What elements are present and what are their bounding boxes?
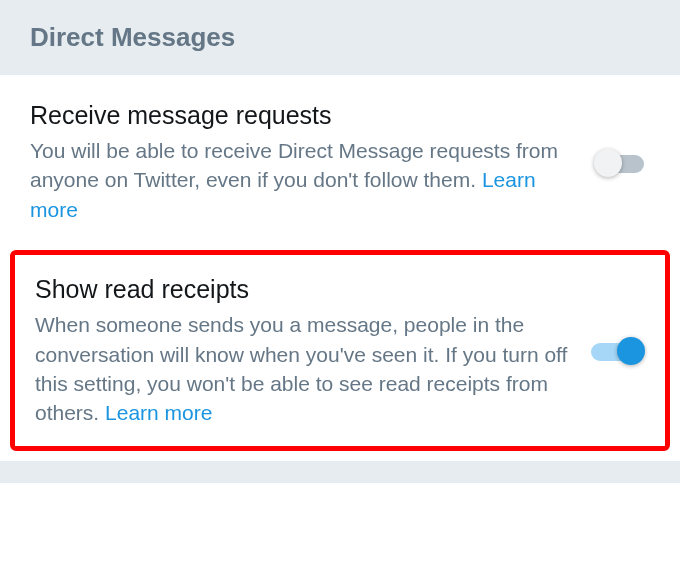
section-title: Direct Messages (30, 22, 650, 53)
toggle-receive-requests[interactable] (596, 147, 650, 179)
setting-read-receipts-title: Show read receipts (35, 275, 571, 304)
setting-receive-requests-row: Receive message requests You will be abl… (0, 75, 680, 250)
toggle-read-receipts[interactable] (591, 335, 645, 367)
setting-read-receipts-description: When someone sends you a message, people… (35, 310, 571, 428)
learn-more-link-read-receipts[interactable]: Learn more (105, 401, 212, 424)
setting-read-receipts-row: Show read receipts When someone sends yo… (15, 255, 665, 446)
toggle-knob (594, 149, 622, 177)
setting-receive-requests-title: Receive message requests (30, 101, 576, 130)
footer-strip (0, 461, 680, 483)
toggle-knob (617, 337, 645, 365)
setting-receive-requests-text: Receive message requests You will be abl… (30, 101, 576, 224)
settings-panel: Direct Messages Receive message requests… (0, 0, 680, 483)
setting-read-receipts-text: Show read receipts When someone sends yo… (35, 275, 571, 428)
setting-receive-requests-description: You will be able to receive Direct Messa… (30, 136, 576, 224)
setting-receive-requests-desc-text: You will be able to receive Direct Messa… (30, 139, 558, 191)
section-header: Direct Messages (0, 0, 680, 75)
highlight-read-receipts-box: Show read receipts When someone sends yo… (10, 250, 670, 451)
